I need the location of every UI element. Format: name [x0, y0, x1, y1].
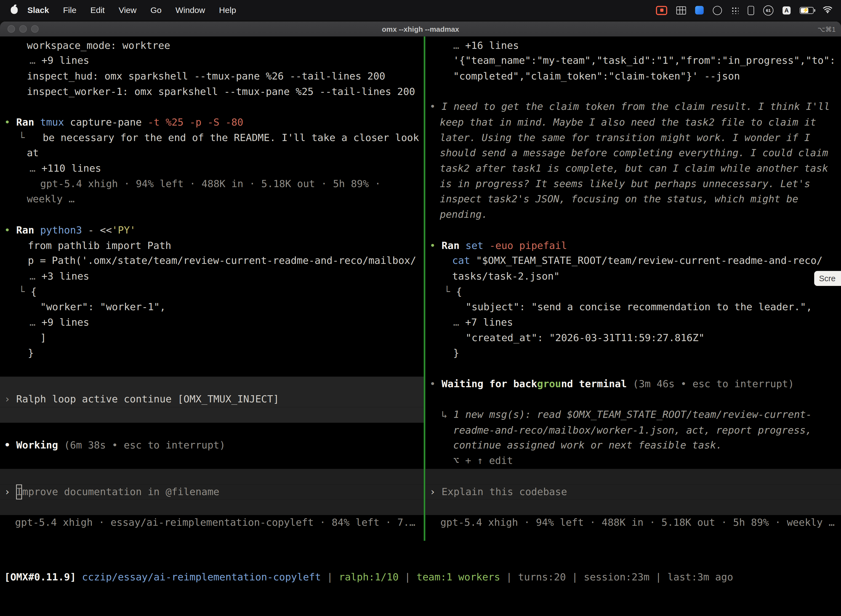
text-segment: ↳: [441, 409, 453, 420]
omx-status-line: [OMX#0.11.9] cczip/essay/ai-reimplementa…: [4, 570, 733, 585]
input-source-icon[interactable]: A: [782, 6, 791, 14]
menu-view[interactable]: View: [119, 5, 136, 15]
terminal-line: task2 after task1 is complete, but can I…: [425, 161, 841, 176]
prompt-input-line[interactable]: › Explain this codebase: [425, 484, 841, 500]
text-segment: grou: [537, 378, 561, 389]
terminal-line: • Ran python3 - <<'PY': [0, 223, 424, 238]
text-segment: gpt-5.4 xhigh · 94% left · 488K in · 5.1…: [440, 517, 835, 528]
terminal-window: omx --xhigh --madmax ⌥⌘1 workspace_mode:…: [0, 22, 841, 616]
terminal-line: [425, 361, 841, 377]
terminal-line: › Ralph loop active continue [OMX_TMUX_I…: [0, 392, 424, 407]
text-segment: (3m 46s • esc to interrupt): [627, 378, 794, 389]
terminal-line: gpt-5.4 xhigh · essay/ai-reimplementatio…: [0, 515, 424, 531]
prompt-input-line[interactable]: [0, 500, 424, 515]
text-segment: gpt-5.4 xhigh · 94% left · 488K in · 5.1…: [40, 178, 381, 189]
terminal-line: from pathlib import Path: [0, 238, 424, 253]
circle-app-icon[interactable]: [713, 6, 722, 15]
text-segment: +3 lines: [41, 270, 89, 282]
terminal-line: should send a message before completing …: [425, 146, 841, 161]
blue-app-icon[interactable]: [695, 6, 703, 14]
text-segment: 'PY': [112, 224, 136, 235]
menu-file[interactable]: File: [63, 5, 76, 15]
text-segment: Explain this codebase: [441, 486, 567, 497]
terminal-line: └ {: [425, 284, 841, 299]
gauge-61-icon[interactable]: 61: [763, 5, 774, 15]
terminal-line: … +3 lines: [0, 269, 424, 284]
text-segment: {: [31, 286, 37, 297]
terminal-line: "worker": "worker-1",: [0, 299, 424, 315]
screen-recording-stop-icon[interactable]: [656, 6, 667, 15]
terminal-line: cat "$OMX_TEAM_STATE_ROOT/team/review-cu…: [425, 253, 841, 269]
text-segment: inspect task2's JSON, focusing on the st…: [440, 194, 798, 205]
tmux-pane-right[interactable]: … +16 lines'{"team_name":"my-team","task…: [425, 38, 841, 530]
text-segment: team:1 workers: [417, 571, 500, 582]
text-segment: └: [444, 286, 456, 297]
terminal-line: "completed","claim_token":"claim-token"}…: [425, 69, 841, 84]
text-segment: "$OMX_TEAM_STATE_ROOT/team/review-curren…: [476, 255, 822, 266]
text-segment: pending.: [440, 209, 488, 220]
terminal-line: [425, 84, 841, 100]
terminal-line: tasks/task-2.json": [425, 269, 841, 284]
text-segment: keep that in mind. Maybe I also need the…: [440, 116, 816, 128]
menu-app-name[interactable]: Slack: [27, 5, 49, 15]
prompt-input-line[interactable]: [425, 469, 841, 484]
terminal-line: • I need to get the claim token from the…: [425, 99, 841, 115]
text-segment: Ran: [16, 224, 34, 235]
text-segment: ›: [4, 486, 16, 497]
menu-go[interactable]: Go: [150, 5, 161, 15]
text-segment: +7 lines: [465, 317, 513, 328]
terminal-line: └ be necessary for the end of the README…: [0, 130, 424, 146]
terminal-line: pending.: [425, 207, 841, 223]
text-segment: }: [28, 347, 34, 358]
terminal-line: later. Using the same for transition mig…: [425, 130, 841, 146]
prompt-input-line[interactable]: [425, 500, 841, 515]
terminal-line: keep that in mind. Maybe I also need the…: [425, 115, 841, 130]
terminal-line: gpt-5.4 xhigh · 94% left · 488K in · 5.1…: [425, 515, 841, 531]
terminal-line: readme-and-reco/mailbox/worker-1.json, a…: [425, 422, 841, 438]
terminal-line: inspect_worker-1: omx sparkshell --tmux-…: [0, 84, 424, 100]
text-segment: - <<: [82, 224, 112, 235]
terminal-line: • Ran set -euo pipefail: [425, 238, 841, 253]
terminal-line: ↳ 1 new msg(s): read $OMX_TEAM_STATE_ROO…: [425, 407, 841, 423]
text-segment: └: [19, 286, 31, 297]
text-segment: •: [429, 378, 441, 389]
text-segment: at: [27, 147, 39, 158]
title-bar[interactable]: omx --xhigh --madmax ⌥⌘1: [0, 22, 841, 37]
terminal-line: inspect_hud: omx sparkshell --tmux-pane …: [0, 69, 424, 84]
text-segment: inspect_hud: omx sparkshell --tmux-pane …: [27, 70, 385, 82]
apple-menu-icon[interactable]: [11, 6, 18, 14]
terminal-line: [0, 453, 424, 469]
menu-bar-status-icons: 61 A ⚡: [656, 5, 841, 15]
terminal-line: weekly …: [0, 192, 424, 207]
prompt-input-line[interactable]: › Improve documentation in @filename: [0, 484, 424, 500]
text-segment: |: [399, 571, 417, 582]
text-segment: •: [4, 116, 16, 128]
text-segment: Ran: [16, 116, 34, 128]
prompt-input-line[interactable]: [0, 469, 424, 484]
device-icon[interactable]: [748, 6, 754, 15]
tmux-pane-left[interactable]: workspace_mode: worktree… +9 linesinspec…: [0, 38, 424, 530]
battery-charging-icon[interactable]: ⚡: [800, 7, 814, 13]
menu-window[interactable]: Window: [176, 5, 205, 15]
text-segment: cczip/essay/ai-reimplementation-copyleft: [82, 571, 321, 582]
grid-app-icon[interactable]: [676, 6, 686, 14]
text-segment: from pathlib import Path: [28, 239, 171, 251]
menu-help[interactable]: Help: [219, 5, 236, 15]
wifi-icon[interactable]: [823, 6, 832, 14]
menu-edit[interactable]: Edit: [91, 5, 105, 15]
screen-overlay-tooltip: Scre: [814, 271, 841, 286]
terminal-line: [0, 407, 424, 423]
dots-grid-icon[interactable]: [731, 6, 738, 14]
text-segment: "worker": "worker-1",: [40, 301, 166, 312]
text-segment: '{"team_name":"my-team","task_id":"1","f…: [453, 55, 836, 66]
text-segment: mprove documentation in @filename: [22, 486, 219, 497]
terminal-line: [0, 99, 424, 115]
text-segment: (6m 38s • esc to interrupt): [58, 440, 225, 451]
terminal-line: … +9 lines: [0, 53, 424, 69]
text-segment: "created_at": "2026-03-31T11:59:27.816Z": [466, 332, 705, 343]
text-segment: •: [4, 224, 16, 235]
text-segment: task2 after task1 is complete, but can I…: [440, 163, 828, 174]
charging-bolt-icon: ⚡: [802, 7, 809, 12]
text-segment: •: [429, 239, 441, 251]
terminal-line: └ {: [0, 284, 424, 299]
